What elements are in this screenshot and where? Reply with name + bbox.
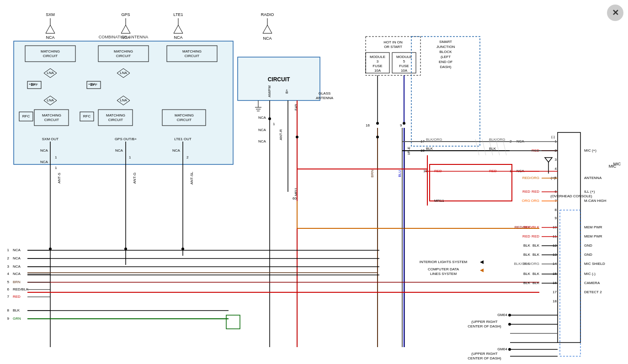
close-button[interactable]: ✕ bbox=[607, 5, 623, 21]
diagram-container: ✕ bbox=[0, 0, 628, 364]
